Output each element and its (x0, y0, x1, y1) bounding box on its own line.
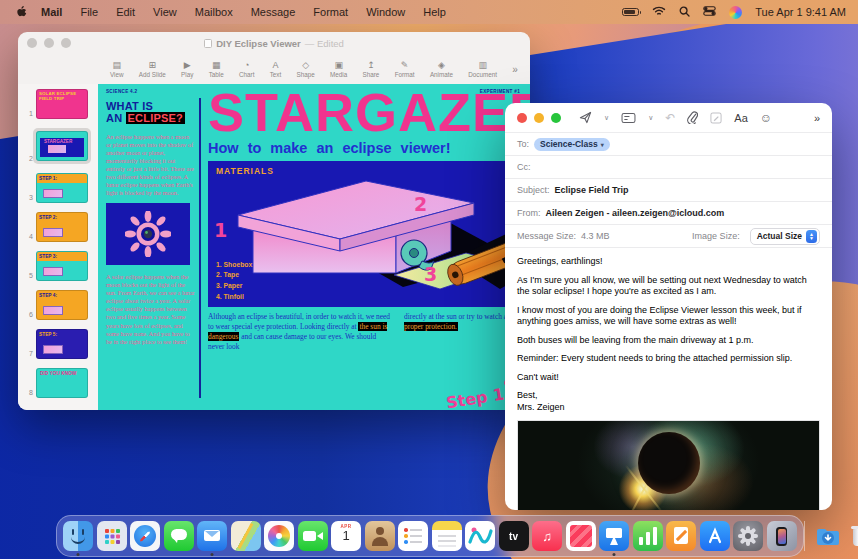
slide-thumbnail-3[interactable]: 3 STEP 1: (18, 173, 98, 203)
table-icon: ▦ (212, 60, 221, 70)
slide-thumbnail-6[interactable]: 6 STEP 4: (18, 290, 98, 320)
slide-thumbnail-1[interactable]: 1 SOLAR ECLIPSE FIELD TRIP (18, 89, 98, 119)
dock-keynote[interactable] (599, 521, 629, 551)
document-button[interactable]: ▥Document (468, 60, 497, 78)
slide-warning-text: Although an eclipse is beautiful, in ord… (208, 312, 530, 352)
text-button[interactable]: AText (270, 60, 282, 78)
dock-facetime[interactable] (298, 521, 328, 551)
menu-item-mail[interactable]: Mail (32, 6, 71, 18)
toolbar-overflow-button[interactable]: » (814, 112, 820, 124)
format-button[interactable]: ✎Format (395, 60, 415, 78)
menu-item-format[interactable]: Format (304, 6, 357, 18)
view-button[interactable]: ▤View (110, 60, 124, 78)
attach-icon[interactable] (687, 111, 698, 124)
message-body[interactable]: Greetings, earthlings! As I'm sure you a… (505, 248, 832, 413)
slide-thumbnail-8[interactable]: 8 DID YOU KNOW (18, 368, 98, 398)
slide-canvas[interactable]: SCIENCE 4.2 EXPERIMENT #1 WHAT IS AN ECL… (98, 84, 530, 410)
dock-iphone-mirroring[interactable] (767, 521, 797, 551)
dock-mail[interactable] (197, 521, 227, 551)
dock-music[interactable]: ♫ (532, 521, 562, 551)
message-size-value: 4.3 MB (581, 231, 610, 241)
dock-maps[interactable] (231, 521, 261, 551)
cc-field[interactable]: Cc: (505, 156, 832, 179)
dock-photos[interactable] (264, 521, 294, 551)
image-size-label: Image Size: (692, 231, 740, 241)
from-label: From: (517, 208, 541, 218)
wifi-icon[interactable] (652, 6, 666, 18)
document-proxy-icon[interactable] (204, 39, 212, 48)
header-fields-icon[interactable] (621, 112, 636, 124)
format-icon[interactable]: Aa (734, 112, 747, 124)
zoom-button[interactable] (551, 113, 561, 123)
chevron-down-icon[interactable]: ∨ (648, 114, 653, 122)
emoji-icon[interactable]: ☺ (760, 112, 772, 124)
share-button[interactable]: ↥Share (363, 60, 380, 78)
dock-system-settings[interactable] (733, 521, 763, 551)
dock: APR 1 tv ♫ (56, 515, 804, 557)
send-icon[interactable] (579, 111, 592, 124)
menu-item-edit[interactable]: Edit (107, 6, 144, 18)
menu-item-help[interactable]: Help (414, 6, 455, 18)
siri-icon[interactable] (729, 6, 742, 19)
slide-subtitle: How to make an eclipse viewer! (208, 140, 530, 156)
menu-bar-clock[interactable]: Tue Apr 1 9:41 AM (755, 6, 846, 18)
dock-safari[interactable] (130, 521, 160, 551)
dock-notes[interactable] (432, 521, 462, 551)
dock-pages[interactable] (666, 521, 696, 551)
dock-messages[interactable] (164, 521, 194, 551)
recipient-token[interactable]: Science-Class▾ (534, 138, 610, 151)
menu-item-file[interactable]: File (71, 6, 107, 18)
dock-numbers[interactable] (633, 521, 663, 551)
slide-thumbnail-5[interactable]: 5 STEP 3: (18, 251, 98, 281)
dock-freeform[interactable] (465, 521, 495, 551)
from-field[interactable]: From: Aileen Zeigen - aileen.zeigen@iclo… (505, 202, 832, 225)
mail-toolbar[interactable]: ∨ ∨ ↶ Aa ☺ » (505, 103, 832, 133)
keynote-titlebar[interactable]: DIY Eclipse Viewer — Edited (18, 32, 530, 54)
minimize-button[interactable] (534, 113, 544, 123)
menu-item-window[interactable]: Window (357, 6, 414, 18)
dock-apple-tv[interactable]: tv (499, 521, 529, 551)
shape-button[interactable]: ◇Shape (297, 60, 315, 78)
apple-menu-icon[interactable] (10, 5, 32, 19)
slide-thumbnail-7[interactable]: 7 STEP 5: (18, 329, 98, 359)
add-slide-button[interactable]: ⊞Add Slide (139, 60, 166, 78)
body-paragraph: Greetings, earthlings! (517, 256, 820, 268)
toolbar-overflow-button[interactable]: » (512, 64, 518, 75)
search-icon[interactable] (679, 6, 690, 19)
chart-button[interactable]: ◔Chart (239, 60, 254, 78)
slide-thumbnail-2-selected[interactable]: 2 STARGAZER (18, 128, 98, 164)
add-slide-icon: ⊞ (149, 60, 157, 70)
control-center-icon[interactable] (703, 6, 716, 18)
menu-item-message[interactable]: Message (242, 6, 305, 18)
menu-item-mailbox[interactable]: Mailbox (186, 6, 242, 18)
dock-trash[interactable] (846, 521, 858, 551)
battery-icon[interactable] (622, 8, 639, 16)
animate-button[interactable]: ◈Animate (430, 60, 453, 78)
dock-reminders[interactable] (398, 521, 428, 551)
keynote-window: DIY Eclipse Viewer — Edited ▤View ⊞Add S… (18, 32, 530, 410)
media-button[interactable]: ▣Media (330, 60, 347, 78)
eclipse-photo-attachment[interactable] (517, 420, 820, 510)
dock-launchpad[interactable] (97, 521, 127, 551)
table-button[interactable]: ▦Table (209, 60, 224, 78)
dock-news[interactable] (566, 521, 596, 551)
dock-app-store[interactable] (700, 521, 730, 551)
document-icon: ▥ (478, 60, 487, 70)
image-size-popup[interactable]: Actual Size ▲▼ (750, 228, 820, 245)
menu-item-view[interactable]: View (144, 6, 186, 18)
to-field[interactable]: To: Science-Class▾ (505, 133, 832, 156)
slide-thumbnail-4[interactable]: 4 STEP 2: (18, 212, 98, 242)
subject-value: Eclipse Field Trip (555, 185, 629, 195)
markup-icon[interactable] (710, 112, 722, 124)
chevron-down-icon[interactable]: ∨ (604, 114, 609, 122)
dock-calendar[interactable]: APR 1 (331, 521, 361, 551)
subject-field[interactable]: Subject: Eclipse Field Trip (505, 179, 832, 202)
message-size-label: Message Size: (517, 231, 576, 241)
close-button[interactable] (517, 113, 527, 123)
dock-downloads[interactable] (813, 521, 843, 551)
play-button[interactable]: ▶Play (181, 60, 193, 78)
undo-icon[interactable]: ↶ (665, 111, 675, 125)
dock-contacts[interactable] (365, 521, 395, 551)
dock-finder[interactable] (63, 521, 93, 551)
body-paragraph: Can't wait! (517, 372, 820, 384)
